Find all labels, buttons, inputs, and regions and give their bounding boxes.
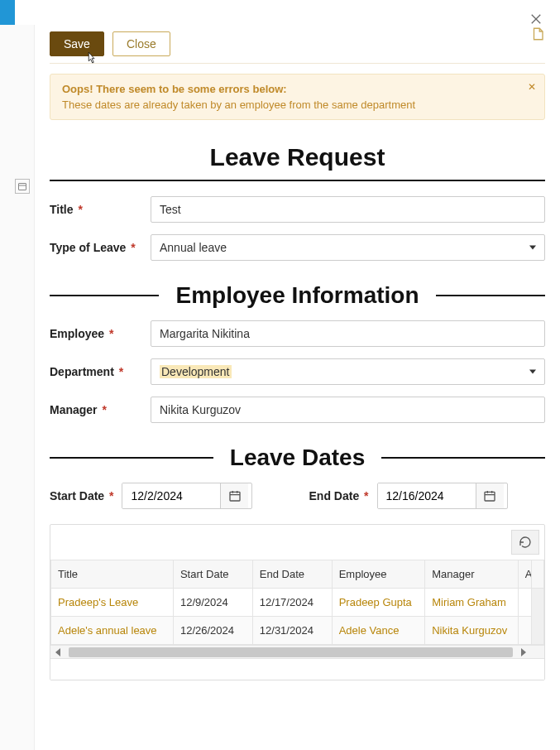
row-employee[interactable]: Pradeep Gupta <box>332 589 425 617</box>
action-toolbar: Save Close <box>50 23 545 64</box>
manager-label: Manager * <box>50 403 151 416</box>
alert-message: These dates are already taken by an empl… <box>62 99 533 111</box>
employee-input[interactable] <box>151 320 545 347</box>
title-label: Title * <box>50 203 151 216</box>
svg-rect-8 <box>485 492 495 501</box>
alert-close-icon[interactable]: ✕ <box>528 81 536 93</box>
refresh-button[interactable] <box>511 530 539 555</box>
table-row[interactable]: Pradeep's Leave 12/9/2024 12/17/2024 Pra… <box>51 589 544 617</box>
chevron-down-icon <box>529 370 536 374</box>
manager-input[interactable] <box>151 397 545 423</box>
conflicts-grid: Title Start Date End Date Employee Manag… <box>50 524 545 680</box>
start-date-picker-button[interactable] <box>220 483 248 508</box>
leave-request-modal: Save Close ✕ Oops! There seem to be some… <box>35 0 560 750</box>
scroll-right-icon[interactable] <box>521 648 526 656</box>
end-date-picker-button[interactable] <box>476 483 504 508</box>
date-row: Start Date * End Date * <box>50 483 545 509</box>
manager-row: Manager * <box>50 397 545 423</box>
start-date-input[interactable] <box>122 483 220 508</box>
employee-info-header: Employee Information <box>50 282 545 309</box>
grid-footer <box>50 658 544 680</box>
col-employee[interactable]: Employee <box>332 560 425 589</box>
department-select[interactable]: Development <box>151 358 545 385</box>
table-row[interactable]: Adele's annual leave 12/26/2024 12/31/20… <box>51 617 544 645</box>
app-accent-bar <box>0 0 15 25</box>
col-truncated[interactable]: A <box>518 560 532 589</box>
grid-header-row: Title Start Date End Date Employee Manag… <box>51 560 544 589</box>
row-start: 12/26/2024 <box>173 617 252 645</box>
col-end-date[interactable]: End Date <box>252 560 332 589</box>
scroll-thumb[interactable] <box>69 647 513 657</box>
row-title[interactable]: Pradeep's Leave <box>51 589 174 617</box>
end-date-label: End Date * <box>309 489 369 502</box>
background-nav-strip <box>0 25 35 750</box>
vertical-scrollbar[interactable] <box>532 560 544 589</box>
department-row: Department * Development <box>50 358 545 385</box>
row-title[interactable]: Adele's annual leave <box>51 617 174 645</box>
error-alert: ✕ Oops! There seem to be some errors bel… <box>50 74 545 120</box>
col-start-date[interactable]: Start Date <box>173 560 252 589</box>
type-of-leave-row: Type of Leave * Annual leave <box>50 234 545 261</box>
row-manager[interactable]: Miriam Graham <box>425 589 519 617</box>
title-row: Title * <box>50 196 545 223</box>
close-button[interactable]: Close <box>112 31 170 56</box>
start-date-label: Start Date * <box>50 489 113 502</box>
vertical-scrollbar-track[interactable] <box>532 589 544 645</box>
department-label: Department * <box>50 365 151 378</box>
employee-row: Employee * <box>50 320 545 347</box>
title-input[interactable] <box>151 196 545 223</box>
svg-rect-4 <box>230 492 240 501</box>
leave-dates-header: Leave Dates <box>50 445 545 471</box>
calendar-icon <box>15 179 30 194</box>
type-of-leave-select[interactable]: Annual leave <box>151 234 545 261</box>
row-employee[interactable]: Adele Vance <box>332 617 425 645</box>
pdf-export-icon[interactable] <box>530 26 545 41</box>
grid-table: Title Start Date End Date Employee Manag… <box>50 560 544 645</box>
col-title[interactable]: Title <box>51 560 174 589</box>
employee-label: Employee * <box>50 327 151 340</box>
chevron-down-icon <box>529 246 536 250</box>
svg-rect-0 <box>19 184 26 190</box>
save-button[interactable]: Save <box>50 31 104 56</box>
col-manager[interactable]: Manager <box>425 560 519 589</box>
row-start: 12/9/2024 <box>173 589 252 617</box>
scroll-left-icon[interactable] <box>55 648 60 656</box>
alert-title: Oops! There seem to be some errors below… <box>62 83 533 95</box>
grid-toolbar <box>50 525 544 560</box>
row-end: 12/17/2024 <box>252 589 332 617</box>
page-title: Leave Request <box>50 143 545 181</box>
row-manager[interactable]: Nikita Kurguzov <box>425 617 519 645</box>
horizontal-scrollbar[interactable] <box>50 645 544 658</box>
type-of-leave-label: Type of Leave * <box>50 241 151 254</box>
row-end: 12/31/2024 <box>252 617 332 645</box>
end-date-input[interactable] <box>378 483 476 508</box>
